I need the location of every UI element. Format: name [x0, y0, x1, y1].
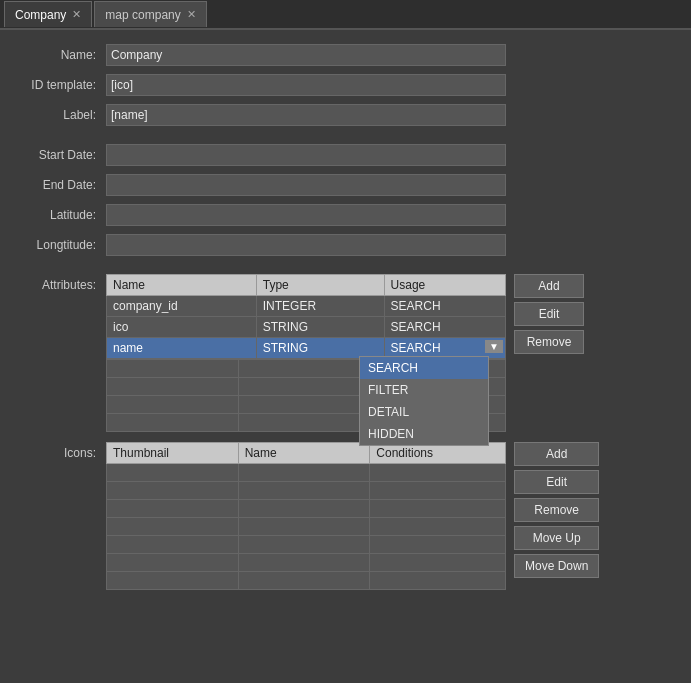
- longitude-label: Longtitude:: [16, 238, 106, 252]
- dropdown-option-detail[interactable]: DETAIL: [360, 401, 488, 423]
- attr-col-name: Name: [107, 275, 257, 296]
- attributes-label: Attributes:: [16, 274, 106, 292]
- icons-col-thumbnail: Thumbnail: [107, 443, 239, 464]
- icons-empty-row: [107, 572, 506, 590]
- icons-empty-row: [107, 554, 506, 572]
- label-label: Label:: [16, 108, 106, 122]
- icons-table-area: Thumbnail Name Conditions: [106, 442, 506, 590]
- tab-map-company-label: map company: [105, 8, 180, 22]
- icons-empty-row: [107, 518, 506, 536]
- icons-col-name: Name: [238, 443, 370, 464]
- dropdown-option-filter[interactable]: FILTER: [360, 379, 488, 401]
- id-template-input[interactable]: [106, 74, 506, 96]
- longitude-input[interactable]: [106, 234, 506, 256]
- usage-dropdown-menu: SEARCH FILTER DETAIL HIDDEN: [359, 356, 489, 446]
- name-row: Name:: [16, 44, 675, 66]
- attr-cell-type: STRING: [256, 317, 384, 338]
- latitude-label: Latitude:: [16, 208, 106, 222]
- icons-remove-button[interactable]: Remove: [514, 498, 599, 522]
- start-date-input[interactable]: [106, 144, 506, 166]
- dropdown-option-hidden[interactable]: HIDDEN: [360, 423, 488, 445]
- icons-move-down-button[interactable]: Move Down: [514, 554, 599, 578]
- tab-map-company-close[interactable]: ✕: [187, 8, 196, 21]
- icons-label: Icons:: [16, 442, 106, 460]
- tab-bar: Company ✕ map company ✕: [0, 0, 691, 30]
- icons-btn-group: Add Edit Remove Move Up Move Down: [514, 442, 599, 578]
- id-template-row: ID template:: [16, 74, 675, 96]
- attr-cell-type: INTEGER: [256, 296, 384, 317]
- dropdown-arrow-icon[interactable]: ▼: [485, 340, 503, 353]
- latitude-row: Latitude:: [16, 204, 675, 226]
- end-date-label: End Date:: [16, 178, 106, 192]
- table-row[interactable]: ico STRING SEARCH: [107, 317, 506, 338]
- attr-col-type: Type: [256, 275, 384, 296]
- label-row: Label:: [16, 104, 675, 126]
- table-row[interactable]: company_id INTEGER SEARCH: [107, 296, 506, 317]
- name-input[interactable]: [106, 44, 506, 66]
- icons-add-button[interactable]: Add: [514, 442, 599, 466]
- end-date-row: End Date:: [16, 174, 675, 196]
- attr-cell-usage: SEARCH: [384, 317, 505, 338]
- end-date-input[interactable]: [106, 174, 506, 196]
- attr-cell-name: name: [107, 338, 257, 359]
- main-content: Name: ID template: Label: Start Date: En…: [0, 30, 691, 683]
- attr-cell-name: company_id: [107, 296, 257, 317]
- attr-cell-name: ico: [107, 317, 257, 338]
- icons-empty-row: [107, 464, 506, 482]
- attr-col-usage: Usage: [384, 275, 505, 296]
- attr-cell-usage: SEARCH: [384, 296, 505, 317]
- name-label: Name:: [16, 48, 106, 62]
- attributes-table: Name Type Usage company_id INTEGER SEARC…: [106, 274, 506, 359]
- label-input[interactable]: [106, 104, 506, 126]
- attributes-table-area: Name Type Usage company_id INTEGER SEARC…: [106, 274, 506, 432]
- icons-tbody: [107, 464, 506, 590]
- tab-company-label: Company: [15, 8, 66, 22]
- icons-empty-row: [107, 536, 506, 554]
- dropdown-option-search[interactable]: SEARCH: [360, 357, 488, 379]
- attributes-btn-group: Add Edit Remove: [514, 274, 584, 354]
- start-date-row: Start Date:: [16, 144, 675, 166]
- tab-company[interactable]: Company ✕: [4, 1, 92, 27]
- icons-empty-row: [107, 482, 506, 500]
- latitude-input[interactable]: [106, 204, 506, 226]
- id-template-label: ID template:: [16, 78, 106, 92]
- attributes-add-button[interactable]: Add: [514, 274, 584, 298]
- attributes-edit-button[interactable]: Edit: [514, 302, 584, 326]
- longitude-row: Longtitude:: [16, 234, 675, 256]
- start-date-label: Start Date:: [16, 148, 106, 162]
- icons-empty-row: [107, 500, 506, 518]
- icons-move-up-button[interactable]: Move Up: [514, 526, 599, 550]
- icons-table: Thumbnail Name Conditions: [106, 442, 506, 590]
- tab-map-company[interactable]: map company ✕: [94, 1, 206, 27]
- tab-company-close[interactable]: ✕: [72, 8, 81, 21]
- icons-edit-button[interactable]: Edit: [514, 470, 599, 494]
- icons-section: Icons: Thumbnail Name Conditions: [16, 442, 675, 590]
- attributes-section: Attributes: Name Type Usage company_id I…: [16, 274, 675, 432]
- attributes-remove-button[interactable]: Remove: [514, 330, 584, 354]
